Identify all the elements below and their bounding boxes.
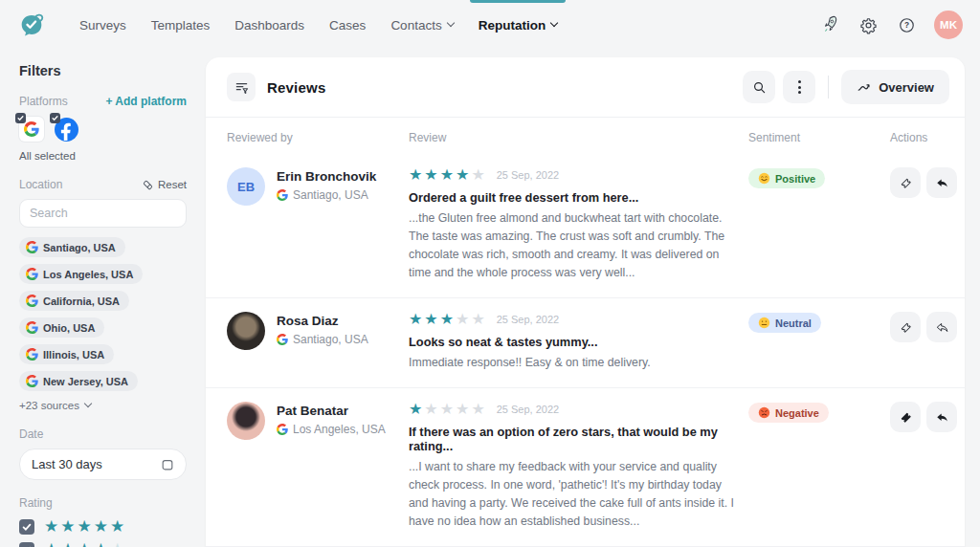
reviewer-name: Pat Benatar [277,404,386,418]
checkbox-checked[interactable] [19,519,34,535]
sentiment-badge: Negative [748,403,829,423]
create-ticket-button[interactable] [890,402,921,432]
location-chips: Santiago, USALos Angeles, USACalifornia,… [19,237,187,391]
reviewer-cell: Rosa Diaz Santiago, USA [227,312,409,350]
date-range-input[interactable]: Last 30 days [19,449,187,480]
calendar-icon [161,458,174,471]
location-reset-button[interactable]: Reset [142,179,187,191]
create-ticket-button[interactable] [890,167,921,198]
neutral-face-icon [758,317,770,329]
reviewer-avatar [227,402,265,440]
star-rating: ★★★★★ [44,541,126,547]
review-title: Ordered a guilt free dessert from here..… [409,190,739,205]
reply-button[interactable] [926,402,957,432]
reviewer-name: Erin Bronchovik [277,169,376,184]
search-button[interactable] [743,71,775,103]
review-row: Pat Benatar Los Angeles, USA ★★★★★25 Sep… [206,387,965,546]
sentiment-badge: Neutral [748,313,821,333]
table-header: Reviewed by Review Sentiment Actions [206,118,965,154]
reviewer-location: Santiago, USA [277,333,368,346]
nav-item-templates[interactable]: Templates [139,0,223,50]
sentiment-cell: Positive [748,167,890,188]
location-search-input[interactable] [19,199,187,228]
chevron-down-icon [446,19,454,27]
location-chip[interactable]: Los Angeles, USA [19,264,143,284]
nav-item-cases[interactable]: Cases [317,0,378,50]
platform-icons [19,117,187,142]
rating-label: Rating [19,496,187,510]
google-icon [26,295,38,307]
whats-new-rocket-icon[interactable] [819,14,840,35]
nav-items: SurveysTemplatesDashboardsCasesContactsR… [67,0,569,50]
reply-button[interactable] [926,167,957,198]
star-rating: ★★★★★ [409,312,487,327]
overview-button[interactable]: Overview [841,70,949,104]
review-body: Immediate response!! Easy & on time deli… [409,354,742,372]
chevron-down-icon [84,400,92,407]
google-icon [26,375,38,387]
add-platform-button[interactable]: + Add platform [105,95,187,108]
platform-facebook[interactable] [54,117,78,142]
actions-cell [890,402,965,432]
location-chip[interactable]: Illinois, USA [19,344,114,364]
ticket-icon [898,409,914,426]
col-review: Review [409,131,748,144]
reply-button[interactable] [926,312,957,342]
smile-face-icon [758,172,770,185]
help-icon[interactable]: ? [896,14,917,35]
location-chip[interactable]: California, USA [19,291,129,311]
checkbox-checked[interactable] [19,542,34,547]
user-avatar[interactable]: MK [934,11,963,39]
col-reviewed-by: Reviewed by [227,131,409,144]
reviewer-avatar [227,312,265,350]
google-icon [277,334,288,345]
settings-gear-icon[interactable] [858,14,879,35]
angry-face-icon [758,406,770,419]
google-icon [24,121,39,137]
google-icon [277,424,288,435]
sentiment-cell: Neutral [748,312,890,333]
platforms-all-selected: All selected [19,150,187,162]
more-sources-link[interactable]: +23 sources [19,400,187,411]
review-date: 25 Sep, 2022 [497,314,559,325]
review-date: 25 Sep, 2022 [497,169,559,181]
reviewer-name: Rosa Diaz [277,314,368,328]
reviewer-cell: EB Erin Bronchovik Santiago, USA [227,167,409,206]
rating-filter-4-stars[interactable]: ★★★★★ [19,541,187,547]
platform-google[interactable] [19,117,44,142]
reviews-panel: Reviews Overview Reviewed by Review Sent… [206,57,965,547]
location-chip[interactable]: Santiago, USA [19,237,125,257]
filters-sidebar: Filters Platforms + Add platform All sel… [0,50,206,547]
google-icon [26,321,38,334]
nav-item-surveys[interactable]: Surveys [67,0,139,50]
eraser-icon [142,179,154,191]
nav-item-contacts[interactable]: Contacts [378,0,465,50]
review-cell: ★★★★★25 Sep, 2022 Ordered a guilt free d… [409,167,748,282]
filters-title: Filters [19,63,187,78]
rating-filter-5-stars[interactable]: ★★★★★ [19,518,187,535]
svg-text:?: ? [903,20,908,30]
more-options-button[interactable] [783,71,815,103]
chevron-down-icon [550,19,558,27]
reviewer-location: Los Angeles, USA [277,423,386,436]
reviewer-cell: Pat Benatar Los Angeles, USA [227,402,409,440]
star-rating: ★★★★★ [409,167,487,183]
ticket-icon [898,319,914,336]
nav-item-reputation[interactable]: Reputation [466,0,570,50]
star-rating: ★★★★★ [409,402,487,417]
create-ticket-button[interactable] [890,312,921,342]
location-chip[interactable]: New Jersey, USA [19,371,138,391]
nav-item-dashboards[interactable]: Dashboards [222,0,317,50]
reply-icon [934,175,950,191]
review-row: EB Erin Bronchovik Santiago, USA ★★★★★25… [206,154,965,297]
star-rating: ★★★★★ [44,518,126,535]
google-icon [277,189,288,201]
location-chip[interactable]: Ohio, USA [19,317,104,338]
app-logo-icon[interactable] [17,11,46,39]
col-sentiment: Sentiment [748,131,890,144]
reviews-header: Reviews Overview [206,57,965,118]
sentiment-cell: Negative [748,402,890,423]
platforms-label: Platforms [19,95,68,108]
top-navigation: SurveysTemplatesDashboardsCasesContactsR… [0,0,980,50]
reviews-list: EB Erin Bronchovik Santiago, USA ★★★★★25… [206,154,965,547]
